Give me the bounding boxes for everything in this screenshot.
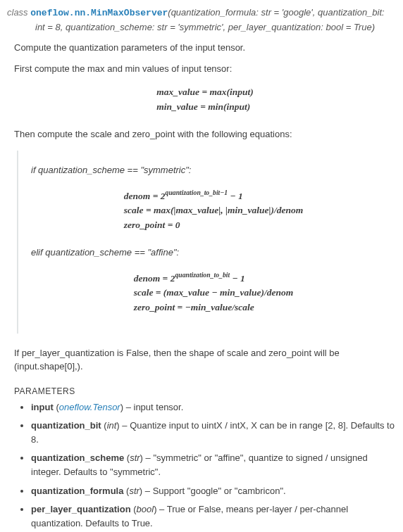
then-paragraph: Then compute the scale and zero_point wi… <box>14 127 396 141</box>
math-line: zero_point = 0 <box>124 218 303 233</box>
param-per-layer-quantization: per_layer_quantization (bool) – True or … <box>31 502 396 531</box>
class-name-link[interactable]: oneflow.nn.MinMaxObserver <box>30 8 168 18</box>
math-line: zero_point = −min_value/scale <box>134 300 294 315</box>
class-keyword: class <box>7 7 28 18</box>
param-input: input (oneflow.Tensor) – input tensor. <box>31 400 396 414</box>
description-body: Compute the quantization parameters of t… <box>7 41 396 532</box>
math-line: scale = max(|max_value|, |min_value|)/de… <box>124 203 303 218</box>
param-quantization-bit: quantization_bit (int) – Quantize input … <box>31 419 396 447</box>
math-line: scale = (max_value − min_value)/denom <box>134 286 294 300</box>
math-block-affine: denom = 2quantization_to_bit − 1 scale =… <box>31 270 396 315</box>
math-block-minmax: max_value = max(input) min_value = min(i… <box>14 85 396 115</box>
math-block-symmetric: denom = 2quantization_to_bit−1 − 1 scale… <box>31 187 396 233</box>
after-quote-paragraph: If per_layer_quantization is False, then… <box>14 346 396 374</box>
type-link[interactable]: oneflow.Tensor <box>59 402 120 412</box>
elif-affine-line: elif quantization_scheme == "affine": <box>31 246 396 260</box>
equations-quote-block: if quantization_scheme == "symmetric": d… <box>17 151 396 334</box>
math-line: max_value = max(input) <box>156 85 253 100</box>
if-symmetric-line: if quantization_scheme == "symmetric": <box>31 163 396 177</box>
parameters-list: input (oneflow.Tensor) – input tensor. q… <box>17 400 396 531</box>
math-line: denom = 2quantization_to_bit − 1 <box>134 270 294 286</box>
math-line: min_value = min(input) <box>156 100 253 115</box>
param-quantization-scheme: quantization_scheme (str) – "symmetric" … <box>31 451 396 479</box>
math-line: denom = 2quantization_to_bit−1 − 1 <box>124 187 303 203</box>
parameters-label: PARAMETERS <box>14 385 396 398</box>
intro-paragraph-2: First compute the max and min values of … <box>14 62 396 76</box>
class-signature: class oneflow.nn.MinMaxObserver(quantiza… <box>7 6 396 34</box>
intro-paragraph-1: Compute the quantization parameters of t… <box>14 41 396 55</box>
param-quantization-formula: quantization_formula (str) – Support "go… <box>31 484 396 498</box>
